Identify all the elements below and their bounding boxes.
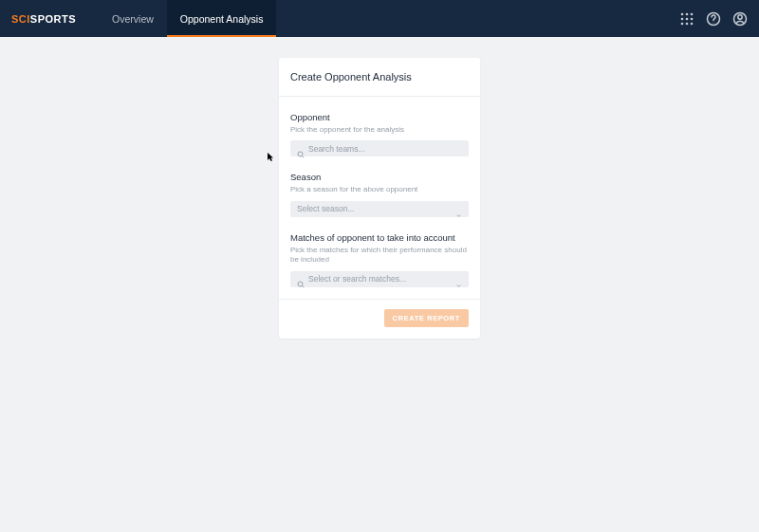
- opponent-hint: Pick the opponent for the analysis: [290, 125, 469, 135]
- svg-point-5: [691, 17, 694, 20]
- logo-part-1: SCI: [11, 13, 30, 25]
- svg-point-4: [686, 17, 689, 20]
- nav-tabs: Overview Opponent Analysis: [99, 0, 276, 37]
- select-placeholder: Select season...: [297, 204, 455, 213]
- navbar: SCISPORTS Overview Opponent Analysis: [0, 0, 759, 37]
- logo-part-2: SPORTS: [30, 13, 76, 25]
- tab-label: Overview: [112, 13, 154, 25]
- search-icon: [297, 275, 305, 283]
- nav-right: [679, 11, 748, 27]
- tab-overview[interactable]: Overview: [99, 0, 167, 37]
- svg-point-12: [738, 14, 742, 18]
- matches-select[interactable]: Select or search matches...: [290, 271, 469, 287]
- card-footer: CREATE REPORT: [279, 299, 480, 339]
- select-placeholder: Select or search matches...: [308, 274, 455, 284]
- account-icon[interactable]: [732, 11, 748, 27]
- season-group: Season Pick a season for the above oppon…: [290, 172, 469, 216]
- card-header: Create Opponent Analysis: [279, 58, 480, 97]
- matches-hint: Pick the matches for which their perform…: [290, 246, 469, 266]
- matches-group: Matches of opponent to take into account…: [290, 232, 469, 287]
- svg-point-0: [681, 12, 684, 15]
- opponent-search-input[interactable]: Search teams...: [290, 140, 469, 156]
- matches-label: Matches of opponent to take into account: [290, 232, 469, 243]
- main-content: Create Opponent Analysis Opponent Pick t…: [0, 37, 759, 339]
- create-analysis-card: Create Opponent Analysis Opponent Pick t…: [279, 58, 480, 339]
- chevron-down-icon: [455, 206, 462, 212]
- opponent-label: Opponent: [290, 112, 469, 122]
- season-label: Season: [290, 172, 469, 182]
- nav-left: SCISPORTS Overview Opponent Analysis: [11, 0, 276, 37]
- svg-point-3: [681, 17, 684, 20]
- svg-point-7: [686, 22, 689, 25]
- svg-point-6: [681, 22, 684, 25]
- logo[interactable]: SCISPORTS: [11, 13, 76, 25]
- tab-label: Opponent Analysis: [180, 13, 264, 25]
- svg-point-2: [691, 12, 694, 15]
- input-placeholder: Search teams...: [308, 144, 462, 154]
- season-hint: Pick a season for the above opponent: [290, 185, 469, 194]
- svg-point-8: [691, 22, 694, 25]
- tab-opponent-analysis[interactable]: Opponent Analysis: [167, 0, 277, 37]
- opponent-group: Opponent Pick the opponent for the analy…: [290, 112, 469, 156]
- card-body: Opponent Pick the opponent for the analy…: [279, 97, 480, 299]
- season-select[interactable]: Select season...: [290, 201, 469, 217]
- svg-point-1: [686, 12, 689, 15]
- create-report-button[interactable]: CREATE REPORT: [384, 309, 469, 327]
- chevron-down-icon: [455, 276, 462, 283]
- apps-icon[interactable]: [679, 11, 694, 27]
- search-icon: [297, 145, 305, 153]
- help-icon[interactable]: [706, 11, 721, 27]
- svg-point-10: [713, 22, 714, 23]
- card-title: Create Opponent Analysis: [290, 71, 469, 83]
